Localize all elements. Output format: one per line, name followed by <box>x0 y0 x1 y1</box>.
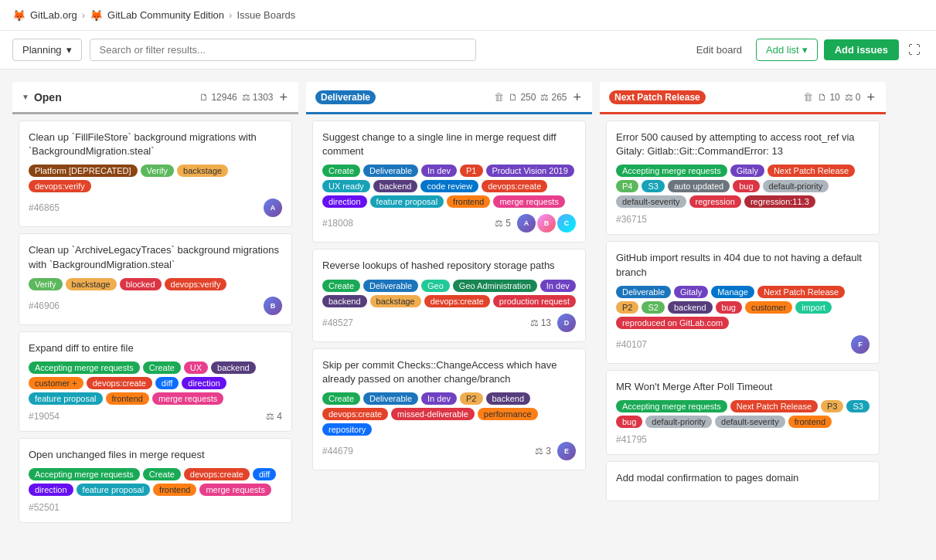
label-l-direction[interactable]: direction <box>29 484 73 496</box>
label-l-feature-proposal[interactable]: feature proposal <box>29 392 103 405</box>
label-l-create[interactable]: Create <box>143 361 181 374</box>
label-l-diff[interactable]: diff <box>253 468 276 480</box>
label-l-next-patch[interactable]: Next Patch Release <box>730 400 818 412</box>
card-np-1[interactable]: Error 500 caused by attempting to access… <box>606 120 880 235</box>
label-l-deliverable[interactable]: Deliverable <box>616 286 671 298</box>
label-l-import[interactable]: import <box>795 301 832 314</box>
label-l-repository[interactable]: repository <box>322 423 372 436</box>
card-card-4[interactable]: Open unchanged files in merge requestAcc… <box>19 438 292 523</box>
label-l-production-req[interactable]: production request <box>493 295 576 307</box>
label-l-devops-create[interactable]: devops:create <box>424 295 490 307</box>
label-l-default-severity[interactable]: default-severity <box>616 195 686 208</box>
label-l-bug[interactable]: bug <box>716 301 742 314</box>
label-l-direction[interactable]: direction <box>322 195 367 208</box>
planning-dropdown[interactable]: Planning ▾ <box>12 39 82 61</box>
label-l-code-review[interactable]: code review <box>420 180 478 192</box>
label-l-deliverable[interactable]: Deliverable <box>363 280 418 292</box>
label-l-reproduced[interactable]: reproduced on GitLab.com <box>616 317 729 329</box>
col-trash-button-next-patch[interactable]: 🗑 <box>803 91 813 103</box>
label-l-p2[interactable]: P2 <box>460 392 482 405</box>
label-l-performance[interactable]: performance <box>478 408 538 420</box>
label-l-missed-deliverable[interactable]: missed-deliverable <box>391 408 475 420</box>
label-l-s3[interactable]: S3 <box>642 180 664 192</box>
col-add-button-open[interactable]: + <box>277 90 289 104</box>
label-l-feature-proposal[interactable]: feature proposal <box>77 484 151 496</box>
label-l-product-vision[interactable]: Product Vision 2019 <box>486 165 574 177</box>
label-l-s3[interactable]: S3 <box>846 400 869 412</box>
label-l-create[interactable]: Create <box>322 280 360 292</box>
project-link[interactable]: GitLab Community Edition <box>107 9 224 21</box>
label-l-customer[interactable]: customer <box>745 301 792 314</box>
label-l-next-patch[interactable]: Next Patch Release <box>768 165 855 177</box>
label-l-backstage[interactable]: backstage <box>66 278 117 290</box>
label-l-deliverable[interactable]: Deliverable <box>363 392 418 405</box>
label-l-merge-requests[interactable]: merge requests <box>152 392 223 405</box>
label-l-auto-updated[interactable]: auto updated <box>668 180 730 192</box>
label-l-accepting-mr[interactable]: Accepting merge requests <box>29 361 140 374</box>
label-l-p2[interactable]: P2 <box>616 301 638 314</box>
label-l-regression[interactable]: regression <box>689 195 741 208</box>
label-l-in-dev[interactable]: In dev <box>421 392 457 405</box>
label-l-in-dev[interactable]: In dev <box>421 165 457 177</box>
col-add-button-deliverable[interactable]: + <box>571 90 583 104</box>
label-l-accepting-mr[interactable]: Accepting merge requests <box>616 400 727 412</box>
label-l-devops-create[interactable]: devops:create <box>482 180 547 192</box>
label-l-devops-create[interactable]: devops:create <box>87 377 152 389</box>
label-l-backend[interactable]: backend <box>668 301 713 314</box>
label-l-customer-plus[interactable]: customer + <box>29 377 83 389</box>
label-l-backend[interactable]: backend <box>486 392 531 405</box>
card-del-1[interactable]: Suggest change to a single line in merge… <box>312 120 586 243</box>
search-input[interactable] <box>90 39 476 61</box>
label-l-merge-requests[interactable]: merge requests <box>493 195 564 208</box>
label-l-blocked[interactable]: blocked <box>120 278 162 290</box>
label-l-default-priority[interactable]: default-priority <box>645 416 712 428</box>
label-l-backend[interactable]: backend <box>373 180 418 192</box>
label-l-backend[interactable]: backend <box>211 361 256 374</box>
label-l-devops-verify[interactable]: devops:verify <box>29 180 91 192</box>
card-del-2[interactable]: Reverse lookups of hashed repository sto… <box>312 249 586 341</box>
org-link[interactable]: GitLab.org <box>30 9 77 21</box>
label-l-backstage[interactable]: backstage <box>370 295 421 307</box>
card-del-3[interactable]: Skip per commit Checks::ChangeAccess whi… <box>312 348 586 470</box>
label-l-default-severity[interactable]: default-severity <box>715 416 785 428</box>
label-l-ux-ready[interactable]: UX ready <box>322 180 370 192</box>
col-trash-button-deliverable[interactable]: 🗑 <box>494 91 504 103</box>
edit-board-button[interactable]: Edit board <box>689 39 750 60</box>
label-l-bug[interactable]: bug <box>733 180 759 192</box>
label-l-feature-proposal[interactable]: feature proposal <box>370 195 444 208</box>
label-l-frontend[interactable]: frontend <box>447 195 490 208</box>
label-l-in-dev[interactable]: In dev <box>540 280 576 292</box>
label-l-default-priority[interactable]: default-priority <box>763 180 829 192</box>
label-l-deliverable[interactable]: Deliverable <box>363 165 418 177</box>
label-l-direction[interactable]: direction <box>182 377 226 389</box>
label-l-accepting-mr[interactable]: Accepting merge requests <box>616 165 727 177</box>
label-l-backend[interactable]: backend <box>322 295 367 307</box>
card-np-4[interactable]: Add modal confirmation to pages domain <box>606 461 880 501</box>
label-l-diff[interactable]: diff <box>155 377 179 389</box>
card-card-3[interactable]: Expand diff to entire fileAccepting merg… <box>19 331 292 432</box>
card-card-1[interactable]: Clean up `FillFileStore` background migr… <box>19 120 292 227</box>
col-toggle-open[interactable]: ▼ <box>22 93 29 101</box>
label-l-devops-verify[interactable]: devops:verify <box>165 278 227 290</box>
col-add-button-next-patch[interactable]: + <box>865 90 876 104</box>
label-l-platform-deprecated[interactable]: Platform [DEPRECATED] <box>29 165 138 177</box>
card-np-3[interactable]: MR Won't Merge After Poll TimeoutAccepti… <box>606 370 880 455</box>
label-l-p3[interactable]: P3 <box>821 400 843 412</box>
label-l-frontend[interactable]: frontend <box>788 416 832 428</box>
label-l-manage[interactable]: Manage <box>711 286 754 298</box>
fullscreen-button[interactable]: ⛶ <box>905 40 924 60</box>
label-l-next-patch[interactable]: Next Patch Release <box>757 286 845 298</box>
label-l-devops-create[interactable]: devops:create <box>184 468 250 480</box>
label-l-create[interactable]: Create <box>322 165 360 177</box>
label-l-gitaly[interactable]: Gitaly <box>674 286 708 298</box>
label-l-create[interactable]: Create <box>322 392 360 405</box>
label-l-p4[interactable]: P4 <box>616 180 638 192</box>
label-l-ux[interactable]: UX <box>184 361 208 374</box>
label-l-backstage[interactable]: backstage <box>177 165 228 177</box>
card-np-2[interactable]: GitHub import results in 404 due to not … <box>606 241 880 363</box>
label-l-frontend[interactable]: frontend <box>106 392 149 405</box>
label-l-create[interactable]: Create <box>143 468 181 480</box>
label-l-s2[interactable]: S2 <box>642 301 664 314</box>
label-l-gitaly[interactable]: Gitaly <box>730 165 764 177</box>
label-l-regression113[interactable]: regression:11.3 <box>744 195 815 208</box>
